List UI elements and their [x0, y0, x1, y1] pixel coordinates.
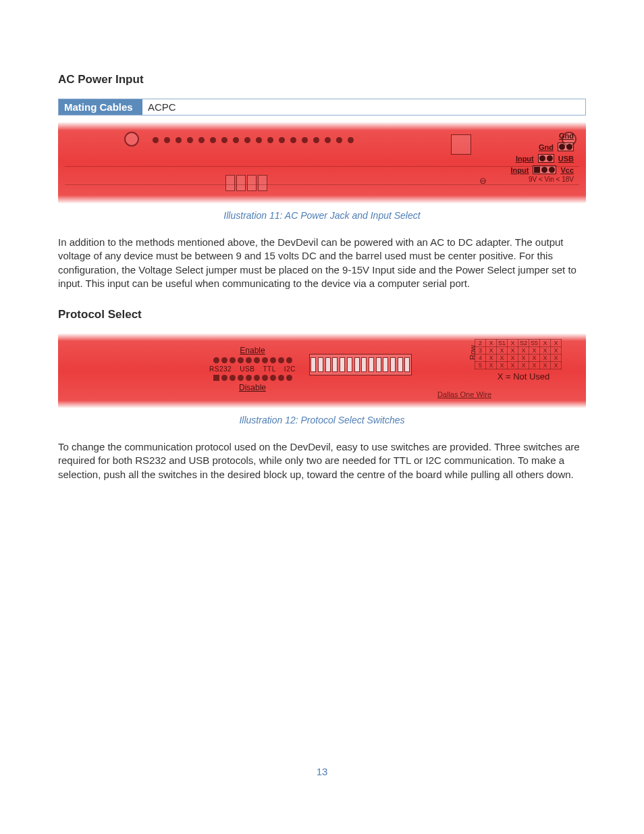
row-matrix-table: 2 XS1XS2S5XX 3 XXXXXXX 4 XXXXXXX 5 XXXXX… [475, 339, 562, 369]
usb-proto-label: USB [240, 365, 254, 373]
illustration-11-caption: Illustration 11: AC Power Jack and Input… [58, 210, 586, 221]
protocol-select-heading: Protocol Select [58, 308, 586, 321]
component-blocks [225, 175, 267, 191]
row-axis-label: Row [468, 345, 477, 360]
vcc-label: Vcc [560, 166, 574, 174]
protocol-labels: RS232 USB TTL I2C [205, 365, 300, 373]
not-used-matrix: Row 2 XS1XS2S5XX 3 XXXXXXX 4 XXXXXXX 5 X… [475, 339, 572, 382]
mating-cables-label: Mating Cables [59, 99, 143, 115]
ic-chip [451, 134, 471, 155]
input-label-1: Input [516, 155, 534, 163]
ac-power-heading: AC Power Input [58, 73, 586, 86]
dip-switch-block [309, 354, 412, 375]
gnd-label-1: Gnd [479, 132, 574, 140]
ac-power-body-text: In addition to the methods mentioned abo… [58, 236, 586, 290]
illustration-11-board: Gnd Gnd Input USB Input Vcc ⊖ 9V < Vin <… [58, 122, 586, 203]
rs232-label: RS232 [209, 365, 232, 373]
mating-cables-value: ACPC [142, 99, 586, 115]
disable-label: Disable [205, 383, 300, 392]
header-pin-row [153, 137, 354, 143]
power-select-diagram: Gnd Gnd Input USB Input Vcc ⊖ 9V < Vin <… [479, 132, 574, 186]
gnd-label-2: Gnd [539, 143, 554, 151]
usb-label: USB [558, 155, 574, 163]
not-used-legend: X = Not Used [475, 371, 572, 382]
i2c-label: I2C [284, 365, 296, 373]
ttl-label: TTL [263, 365, 275, 373]
dallas-one-wire-label: Dallas One Wire [437, 390, 491, 398]
protocol-select-body-text: To change the communication protocol use… [58, 440, 586, 481]
mating-cables-table: Mating Cables ACPC [58, 99, 586, 115]
illustration-12-board: Enable RS232 USB TTL I2C Disable Dallas … [58, 334, 586, 408]
protocol-switch-block: Enable RS232 USB TTL I2C Disable [205, 346, 300, 394]
page-number: 13 [0, 766, 644, 777]
vin-range-label: 9V < Vin < 18V [529, 176, 574, 186]
illustration-12-caption: Illustration 12: Protocol Select Switche… [58, 415, 586, 425]
input-label-2: Input [511, 166, 529, 174]
enable-label: Enable [205, 346, 300, 355]
